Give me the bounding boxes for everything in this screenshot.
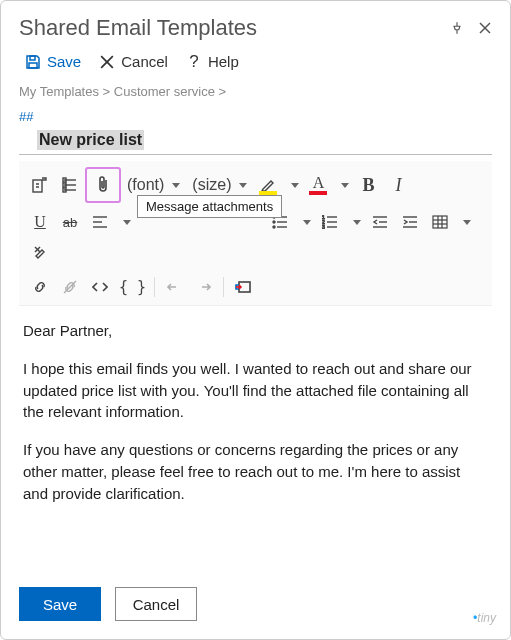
breadcrumb-sep: > — [103, 84, 111, 99]
tiny-logo: •tiny — [473, 611, 496, 625]
breadcrumb-root[interactable]: My Templates — [19, 84, 99, 99]
indent-button[interactable] — [395, 207, 425, 237]
cancel-icon — [99, 54, 115, 70]
align-button[interactable] — [85, 207, 115, 237]
template-shortcut[interactable]: ## — [1, 103, 510, 126]
chevron-down-icon — [341, 183, 349, 188]
font-size-label: (size) — [192, 176, 231, 194]
font-color-button[interactable]: A — [303, 170, 333, 200]
align-dropdown[interactable] — [115, 207, 135, 237]
unlink-button[interactable] — [55, 272, 85, 302]
help-icon: ? — [186, 54, 202, 70]
clear-format-button[interactable] — [25, 237, 55, 267]
attach-button-highlight — [85, 167, 121, 203]
insert-macro-button[interactable] — [25, 170, 55, 200]
link-button[interactable] — [25, 272, 55, 302]
insert-field-button[interactable] — [55, 170, 85, 200]
chevron-down-icon — [123, 220, 131, 225]
table-button[interactable] — [425, 207, 455, 237]
svg-rect-3 — [29, 63, 37, 68]
menu-save-label: Save — [47, 53, 81, 70]
breadcrumb: My Templates > Customer service > — [1, 76, 510, 103]
app-window: Shared Email Templates Save — [0, 0, 511, 640]
body-p1: I hope this email finds you well. I want… — [23, 358, 488, 423]
bullet-list-dropdown[interactable] — [295, 207, 315, 237]
source-code-button[interactable] — [85, 272, 115, 302]
save-button[interactable]: Save — [19, 587, 101, 621]
chevron-down-icon — [172, 183, 180, 188]
redo-button[interactable] — [189, 272, 219, 302]
bold-button[interactable]: B — [353, 170, 383, 200]
close-icon[interactable] — [478, 21, 492, 35]
svg-rect-6 — [33, 180, 42, 192]
title-bar: Shared Email Templates — [1, 1, 510, 47]
menu-save-button[interactable]: Save — [25, 53, 81, 70]
svg-rect-2 — [30, 56, 35, 60]
highlight-dropdown[interactable] — [283, 170, 303, 200]
insert-template-button[interactable] — [228, 272, 258, 302]
pin-icon[interactable] — [450, 21, 464, 35]
table-dropdown[interactable] — [455, 207, 475, 237]
font-color-dropdown[interactable] — [333, 170, 353, 200]
chevron-down-icon — [463, 220, 471, 225]
italic-button[interactable]: I — [383, 170, 413, 200]
app-title: Shared Email Templates — [19, 15, 257, 41]
chevron-down-icon — [239, 183, 247, 188]
attach-button[interactable] — [88, 170, 118, 200]
svg-rect-34 — [433, 216, 447, 228]
menu-cancel-button[interactable]: Cancel — [99, 53, 168, 70]
color-swatch — [309, 191, 327, 195]
chevron-down-icon — [303, 220, 311, 225]
breadcrumb-sep: > — [219, 84, 227, 99]
code-braces-button[interactable]: { } — [115, 272, 150, 302]
toolbar-row-3: { } — [19, 269, 492, 305]
undo-button[interactable] — [159, 272, 189, 302]
outdent-button[interactable] — [365, 207, 395, 237]
save-icon — [25, 54, 41, 70]
underline-button[interactable]: U — [25, 207, 55, 237]
chevron-down-icon — [353, 220, 361, 225]
numbered-list-button[interactable]: 123 — [315, 207, 345, 237]
svg-point-18 — [273, 226, 275, 228]
body-greeting: Dear Partner, — [23, 320, 488, 342]
strikethrough-button[interactable]: ab — [55, 207, 85, 237]
subject-line: New price list — [19, 126, 492, 155]
menu-bar: Save Cancel ? Help — [1, 47, 510, 76]
font-family-label: (font) — [127, 176, 164, 194]
tooltip-attach: Message attachments — [137, 195, 282, 218]
chevron-down-icon — [291, 183, 299, 188]
title-controls — [450, 21, 492, 35]
breadcrumb-folder[interactable]: Customer service — [114, 84, 215, 99]
email-body[interactable]: Dear Partner, I hope this email finds yo… — [1, 306, 510, 528]
footer: Save Cancel — [19, 587, 197, 621]
cancel-button[interactable]: Cancel — [115, 587, 197, 621]
separator — [154, 277, 155, 297]
separator — [223, 277, 224, 297]
tiny-label: tiny — [477, 611, 496, 625]
menu-cancel-label: Cancel — [121, 53, 168, 70]
editor-toolbar: (font) (size) A B I Message attach — [19, 161, 492, 306]
menu-help-label: Help — [208, 53, 239, 70]
numbered-list-dropdown[interactable] — [345, 207, 365, 237]
svg-point-17 — [273, 221, 275, 223]
menu-help-button[interactable]: ? Help — [186, 53, 239, 70]
svg-text:3: 3 — [322, 224, 325, 229]
body-p2: If you have any questions or concerns re… — [23, 439, 488, 504]
subject-input[interactable]: New price list — [37, 130, 144, 150]
